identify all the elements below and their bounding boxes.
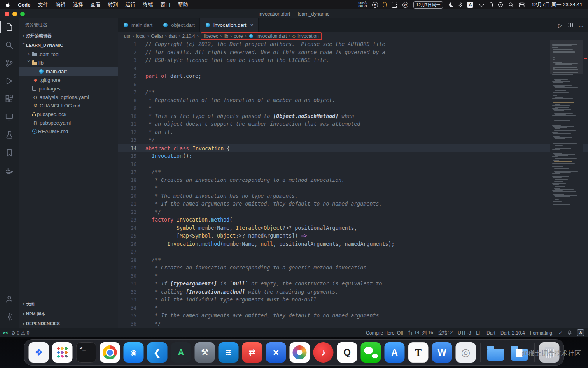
code-line-9[interactable]: 9 * xyxy=(118,104,588,113)
activity-account-icon[interactable] xyxy=(0,290,19,308)
close-icon[interactable]: × xyxy=(250,22,253,28)
zoom-window-button[interactable] xyxy=(20,12,25,16)
code-line-19[interactable]: 19 * xyxy=(118,184,588,192)
code-line-3[interactable]: 3// BSD-style license that can be found … xyxy=(118,56,588,65)
menu-item-窗口[interactable]: 窗口 xyxy=(161,1,171,8)
activity-settings-icon[interactable] xyxy=(0,308,19,326)
sidebar-more-actions-icon[interactable]: … xyxy=(107,23,112,27)
code-line-17[interactable]: 17 /** xyxy=(118,168,588,176)
code-line-30[interactable]: 30 * xyxy=(118,272,588,280)
breadcrumb-item-usr[interactable]: usr xyxy=(124,33,131,39)
network-speed-widget[interactable]: 0KB/s 0KB/s xyxy=(358,1,367,8)
notifications-bell-icon[interactable] xyxy=(567,330,572,336)
open-editors-header[interactable]: › 打开的编辑器 xyxy=(19,32,118,40)
code-line-1[interactable]: 1// Copyright (c) 2012, the Dart project… xyxy=(118,40,588,49)
tree-item-.dart_tool[interactable]: ›.dart_tool xyxy=(19,50,118,58)
tree-item-.gitignore[interactable]: ◆.gitignore xyxy=(19,76,118,84)
input-method-icon[interactable]: A xyxy=(467,2,473,8)
dock-wps-icon[interactable]: W xyxy=(432,342,452,363)
handbrake-icon[interactable]: H xyxy=(372,2,378,8)
code-line-8[interactable]: 8 * Representation of the invocation of … xyxy=(118,97,588,105)
remote-indicator-icon[interactable]: >< xyxy=(3,330,7,335)
dock-typora-icon[interactable]: T xyxy=(408,342,429,363)
code-line-16[interactable]: 16 xyxy=(118,160,588,169)
dock-blue-x-app-icon[interactable]: × xyxy=(266,342,286,363)
code-line-29[interactable]: 29 * Creates an invocation corresponding… xyxy=(118,264,588,272)
dock-app-store-icon[interactable]: A xyxy=(385,342,405,363)
dock-transfer-app-icon[interactable]: ⇄ xyxy=(242,342,262,363)
activity-docker-icon[interactable] xyxy=(0,162,19,180)
menu-item-终端[interactable]: 终端 xyxy=(143,1,153,8)
status-eol[interactable]: LF xyxy=(476,330,481,336)
activity-remote-explorer-icon[interactable] xyxy=(0,108,19,126)
project-header[interactable]: › LEARN_DYNAMIC xyxy=(19,40,118,49)
activity-source-control-icon[interactable] xyxy=(0,54,19,72)
menu-item-运行[interactable]: 运行 xyxy=(126,1,136,8)
code-editor[interactable]: 1// Copyright (c) 2012, the Dart project… xyxy=(118,40,588,328)
formatting-check-icon[interactable]: ✓ xyxy=(558,330,562,336)
breadcrumb-item-2.10.4[interactable]: 2.10.4 xyxy=(182,33,195,39)
overview-ruler[interactable] xyxy=(583,40,588,328)
breadcrumb-item-libexec[interactable]: libexec xyxy=(204,33,218,39)
menu-item-文件[interactable]: 文件 xyxy=(38,1,48,8)
code-line-6[interactable]: 6 xyxy=(118,81,588,89)
tab-main.dart[interactable]: main.dart xyxy=(118,18,158,32)
activity-run-debug-icon[interactable] xyxy=(0,72,19,90)
bluetooth-icon[interactable] xyxy=(458,2,462,7)
dock-netease-music-icon[interactable]: ♪ xyxy=(313,342,334,363)
activity-bookmarks-icon[interactable] xyxy=(0,144,19,162)
code-line-13[interactable]: 13 */ xyxy=(118,136,588,144)
dock-chrome-icon[interactable] xyxy=(100,342,120,363)
section-大纲[interactable]: ›大纲 xyxy=(19,299,118,309)
menu-item-查看[interactable]: 查看 xyxy=(91,1,101,8)
status-encoding[interactable]: UTF-8 xyxy=(458,330,471,336)
tree-item-CHANGELOG.md[interactable]: ↺CHANGELOG.md xyxy=(19,101,118,110)
code-line-5[interactable]: 5part of dart.core; xyxy=(118,72,588,81)
code-line-33[interactable]: 33 * All the individual type arguments m… xyxy=(118,296,588,304)
code-line-32[interactable]: 32 * calling [Invocation.method] with th… xyxy=(118,288,588,296)
status-indentation[interactable]: 空格: 2 xyxy=(438,329,453,336)
tree-item-lib[interactable]: ›lib xyxy=(19,58,118,67)
search-icon[interactable] xyxy=(508,2,514,7)
status-language-mode[interactable]: Dart xyxy=(486,330,495,336)
menu-item-选择[interactable]: 选择 xyxy=(73,1,83,8)
menu-item-转到[interactable]: 转到 xyxy=(108,1,118,8)
code-line-24[interactable]: 24 Symbol memberName, Iterable<Object?>?… xyxy=(118,224,588,232)
dock-build-tool-icon[interactable]: ⚒ xyxy=(195,342,215,363)
dock-docker-icon[interactable]: ≋ xyxy=(219,342,239,363)
dock-wechat-icon[interactable] xyxy=(361,342,381,363)
code-line-34[interactable]: 34 * xyxy=(118,304,588,312)
activity-extensions-icon[interactable] xyxy=(0,90,19,108)
control-center-icon[interactable] xyxy=(519,2,525,7)
minimap[interactable] xyxy=(550,40,583,328)
section-NPM 脚本[interactable]: ›NPM 脚本 xyxy=(19,309,118,319)
apple-logo-icon[interactable] xyxy=(5,2,10,8)
menubar-app-name[interactable]: Code xyxy=(18,2,31,8)
breadcrumb-item-dart[interactable]: dart xyxy=(169,33,177,39)
section-DEPENDENCIES[interactable]: ›DEPENDENCIES xyxy=(19,319,118,328)
code-line-21[interactable]: 21 * If the named arguments are omitted,… xyxy=(118,200,588,208)
w-app-icon[interactable]: W xyxy=(402,2,408,8)
code-line-7[interactable]: 7/** xyxy=(118,88,588,97)
status-compile-hero[interactable]: Compile Hero: Off xyxy=(366,330,403,336)
menu-item-帮助[interactable]: 帮助 xyxy=(178,1,188,8)
split-editor-icon[interactable] xyxy=(568,23,573,27)
mouse-icon[interactable] xyxy=(383,2,387,7)
code-line-26[interactable]: 26 _Invocation.method(memberName, null, … xyxy=(118,240,588,248)
tree-item-.packages[interactable]: .packages xyxy=(19,84,118,93)
dock-folder-downloads-icon[interactable] xyxy=(486,342,506,363)
code-line-4[interactable]: 4 xyxy=(118,65,588,73)
code-line-35[interactable]: 35 * If the named arguments are omitted,… xyxy=(118,312,588,320)
menu-item-编辑[interactable]: 编辑 xyxy=(56,1,66,8)
input-grid-icon[interactable] xyxy=(392,2,397,8)
dock-vscode-icon[interactable]: ❮ xyxy=(147,342,168,363)
tree-item-main.dart[interactable]: main.dart xyxy=(19,67,118,76)
dock-maps-icon[interactable]: ◉ xyxy=(124,342,144,363)
minimap-slider[interactable] xyxy=(550,40,583,74)
code-line-27[interactable]: 27 xyxy=(118,248,588,256)
activity-explorer-icon[interactable] xyxy=(0,18,19,36)
activity-search-icon[interactable] xyxy=(0,36,19,54)
more-actions-icon[interactable]: … xyxy=(578,22,584,28)
breadcrumb-item-Cellar[interactable]: Cellar xyxy=(151,33,163,39)
dock-app-grid-icon[interactable] xyxy=(52,342,73,363)
